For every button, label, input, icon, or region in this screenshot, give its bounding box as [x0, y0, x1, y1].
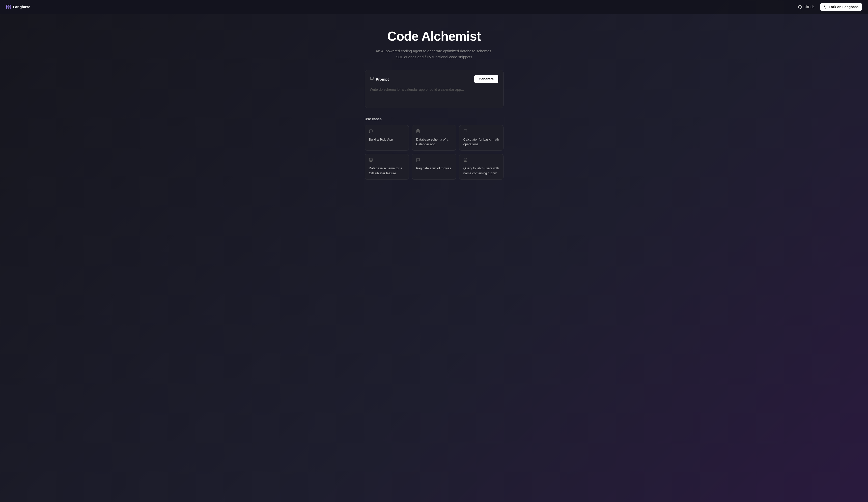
prompt-box: Prompt Generate	[365, 70, 504, 108]
prompt-header: Prompt Generate	[370, 75, 498, 83]
use-cases-title: Use cases	[365, 117, 504, 121]
svg-point-5	[370, 158, 372, 160]
github-icon	[798, 5, 802, 9]
use-case-label: Database schema of a Calendar app	[416, 137, 448, 146]
main-content: Code Alchemist An AI powered coding agen…	[0, 14, 868, 189]
navbar: Langbase GitHub Fork on Langbase	[0, 0, 868, 14]
svg-point-4	[416, 130, 420, 130]
use-case-label: Build a Todo App	[369, 137, 393, 141]
brand: Langbase	[6, 4, 30, 9]
use-case-card[interactable]: Database schema of a Calendar app	[412, 125, 456, 151]
use-case-icon	[369, 158, 405, 163]
fork-button-label: Fork on Langbase	[829, 5, 859, 9]
svg-point-6	[464, 158, 467, 160]
prompt-label-text: Prompt	[376, 77, 389, 81]
use-case-label: Paginate a list of movies	[416, 166, 451, 170]
use-case-label: Database schema for a GitHub star featur…	[369, 166, 402, 175]
page-subtitle: An AI powered coding agent to generate o…	[372, 48, 496, 60]
page-title: Code Alchemist	[387, 29, 481, 44]
use-case-label: Calculator for basic math operations	[463, 137, 499, 146]
use-case-icon	[369, 129, 405, 134]
brand-label: Langbase	[13, 5, 30, 9]
use-case-icon	[416, 158, 452, 163]
use-cases-section: Use cases Build a Todo App Database sche…	[365, 117, 504, 180]
svg-rect-2	[7, 7, 8, 9]
prompt-icon	[370, 76, 374, 82]
use-case-card[interactable]: Paginate a list of movies	[412, 154, 456, 180]
use-case-icon	[463, 158, 499, 163]
fork-button[interactable]: Fork on Langbase	[820, 3, 862, 11]
use-cases-grid: Build a Todo App Database schema of a Ca…	[365, 125, 504, 180]
navbar-actions: GitHub Fork on Langbase	[795, 3, 862, 11]
generate-button[interactable]: Generate	[474, 75, 498, 83]
use-case-card[interactable]: Query to fetch users with name containin…	[459, 154, 504, 180]
use-case-card[interactable]: Calculator for basic math operations	[459, 125, 504, 151]
fork-icon	[824, 5, 827, 9]
github-link[interactable]: GitHub	[795, 3, 817, 11]
svg-rect-1	[9, 5, 10, 7]
use-case-card[interactable]: Database schema for a GitHub star featur…	[365, 154, 409, 180]
prompt-label: Prompt	[370, 76, 389, 82]
svg-rect-0	[7, 5, 8, 7]
svg-rect-3	[9, 7, 10, 9]
github-label: GitHub	[804, 5, 815, 9]
use-case-icon	[463, 129, 499, 134]
brand-icon	[6, 4, 11, 9]
use-case-card[interactable]: Build a Todo App	[365, 125, 409, 151]
use-case-icon	[416, 129, 452, 134]
prompt-textarea[interactable]	[370, 87, 498, 102]
use-case-label: Query to fetch users with name containin…	[463, 166, 499, 175]
